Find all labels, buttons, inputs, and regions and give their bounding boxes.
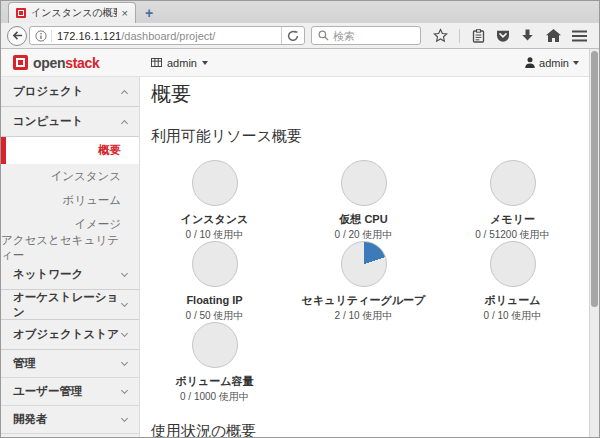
home-icon: [546, 29, 561, 42]
caret-down-icon: [573, 61, 579, 65]
sidebar-item-compute[interactable]: コンピュート: [1, 107, 139, 137]
sidebar-item-developer[interactable]: 開発者: [1, 406, 139, 434]
openstack-favicon-icon: [16, 8, 26, 18]
quota-caption: 0 / 10 使用中: [186, 229, 244, 241]
user-menu-label: admin: [539, 57, 569, 69]
user-menu[interactable]: admin: [525, 57, 579, 69]
home-button[interactable]: [546, 29, 561, 42]
quota-cell-security-groups: セキュリティーグループ 2 / 10 使用中: [289, 241, 438, 322]
tab-bar: インスタンスの概要 ... × +: [1, 1, 599, 23]
chevron-icon: [121, 386, 128, 393]
quota-cell-instances: インスタンス 0 / 10 使用中: [140, 160, 289, 241]
sidebar-item-overview[interactable]: 概要: [1, 137, 139, 164]
quota-caption: 2 / 10 使用中: [335, 310, 393, 322]
sidebar-item-volumes[interactable]: ボリューム: [1, 188, 139, 212]
quota-pie-chart: [490, 160, 536, 206]
quota-pie-chart: [192, 322, 238, 368]
sidebar-item-label: ボリューム: [62, 193, 121, 208]
quota-label: メモリー: [490, 213, 535, 226]
sidebar-item-label: 概要: [98, 143, 121, 158]
quota-label: Floating IP: [186, 294, 242, 307]
section-title-usage-summary: 使用状況の概要: [151, 422, 599, 437]
pocket-button[interactable]: [496, 29, 510, 43]
menu-button[interactable]: [572, 30, 587, 42]
quota-cell-volumes: ボリューム 0 / 10 使用中: [438, 241, 587, 322]
back-icon: [12, 30, 23, 41]
user-icon: [525, 57, 535, 68]
reload-button[interactable]: [281, 27, 304, 44]
sidebar-item-label: ユーザー管理: [13, 384, 83, 399]
browser-tab[interactable]: インスタンスの概要 ... ×: [8, 2, 136, 23]
quota-pie-chart: [341, 160, 387, 206]
quota-label: 仮想 CPU: [339, 213, 387, 226]
quota-pie-chart: [341, 241, 387, 287]
pocket-icon: [496, 29, 510, 43]
new-tab-button[interactable]: +: [145, 6, 153, 20]
quota-label: インスタンス: [181, 213, 249, 226]
browser-window: インスタンスの概要 ... × + 172.16.1.121/dashboard…: [0, 0, 600, 438]
chevron-icon: [121, 358, 128, 365]
chevron-icon: [121, 269, 128, 276]
section-title-available-resources: 利用可能リソース概要: [151, 127, 599, 146]
sidebar-item-project[interactable]: プロジェクト: [1, 77, 139, 107]
quota-pie-chart: [192, 241, 238, 287]
project-menu-label: admin: [167, 57, 197, 69]
openstack-brand[interactable]: openstack: [13, 55, 100, 71]
menu-icon: [572, 30, 587, 42]
chevron-icon: [121, 89, 128, 96]
sidebar-item-access-security[interactable]: アクセスとセキュリティー: [1, 236, 139, 260]
quota-label: セキュリティーグループ: [302, 294, 425, 307]
brand-text: openstack: [33, 55, 100, 71]
sidebar-item-label: オブジェクトストア: [13, 327, 119, 342]
sidebar-item-label: アクセスとセキュリティー: [1, 233, 121, 263]
quota-caption: 0 / 1000 使用中: [180, 391, 249, 403]
openstack-header: openstack admin admin: [1, 49, 599, 77]
chevron-icon: [121, 329, 128, 336]
search-icon: [318, 30, 329, 41]
quota-caption: 0 / 51200 使用中: [475, 229, 549, 241]
sidebar-item-orchestration[interactable]: オーケストレーション: [1, 290, 139, 320]
quota-label: ボリューム: [484, 294, 540, 307]
sidebar-item-network[interactable]: ネットワーク: [1, 260, 139, 290]
back-button[interactable]: [7, 26, 27, 46]
vertical-scrollbar[interactable]: [589, 49, 599, 437]
scrollbar-thumb[interactable]: [591, 51, 598, 307]
download-icon: [521, 29, 534, 42]
downloads-button[interactable]: [521, 29, 534, 42]
sidebar-item-label: ネットワーク: [13, 267, 83, 282]
quota-cell-volume-storage: ボリューム容量 0 / 1000 使用中: [140, 322, 289, 403]
sidebar-item-identity[interactable]: ユーザー管理: [1, 378, 139, 406]
sidebar-item-admin[interactable]: 管理: [1, 350, 139, 378]
url-host: 172.16.1.121: [57, 30, 121, 42]
chevron-icon: [121, 119, 128, 126]
search-box[interactable]: [311, 26, 421, 45]
url-bar[interactable]: 172.16.1.121/dashboard/project/: [29, 26, 305, 45]
sidebar-item-label: オーケストレーション: [13, 290, 122, 320]
sidebar-nav: プロジェクト コンピュート 概要 インスタンス ボリューム イメージ アクセスと…: [1, 77, 140, 437]
quota-pie-chart: [192, 160, 238, 206]
quota-grid: インスタンス 0 / 10 使用中 仮想 CPU 0 / 20 使用中 メモリー…: [140, 160, 599, 403]
search-input[interactable]: [333, 30, 403, 42]
quota-caption: 0 / 20 使用中: [335, 229, 393, 241]
main-panel: 概要 利用可能リソース概要 インスタンス 0 / 10 使用中 仮想 CPU 0…: [140, 77, 599, 437]
chevron-icon: [121, 414, 128, 421]
tab-title: インスタンスの概要 ...: [31, 6, 117, 20]
page: openstack admin admin プロジェクト コンピュート 概要 イ…: [1, 49, 599, 437]
tab-close-icon[interactable]: ×: [122, 8, 128, 19]
quota-label: ボリューム容量: [175, 375, 253, 388]
quota-cell-vcpus: 仮想 CPU 0 / 20 使用中: [289, 160, 438, 241]
bookmark-star-button[interactable]: [433, 28, 448, 43]
sidebar-item-object-store[interactable]: オブジェクトストア: [1, 320, 139, 350]
caret-down-icon: [202, 61, 208, 65]
project-menu[interactable]: admin: [151, 57, 208, 69]
url-path: /dashboard/project/: [121, 30, 215, 42]
toolbar-actions: [427, 28, 593, 43]
page-title: 概要: [151, 81, 599, 108]
chevron-icon: [121, 299, 128, 306]
content: プロジェクト コンピュート 概要 インスタンス ボリューム イメージ アクセスと…: [1, 77, 599, 437]
toolbar-divider: [459, 29, 460, 43]
quota-cell-memory: メモリー 0 / 51200 使用中: [438, 160, 587, 241]
info-icon[interactable]: [30, 30, 51, 42]
bookmarks-menu-button[interactable]: [472, 29, 485, 43]
sidebar-item-instances[interactable]: インスタンス: [1, 164, 139, 188]
